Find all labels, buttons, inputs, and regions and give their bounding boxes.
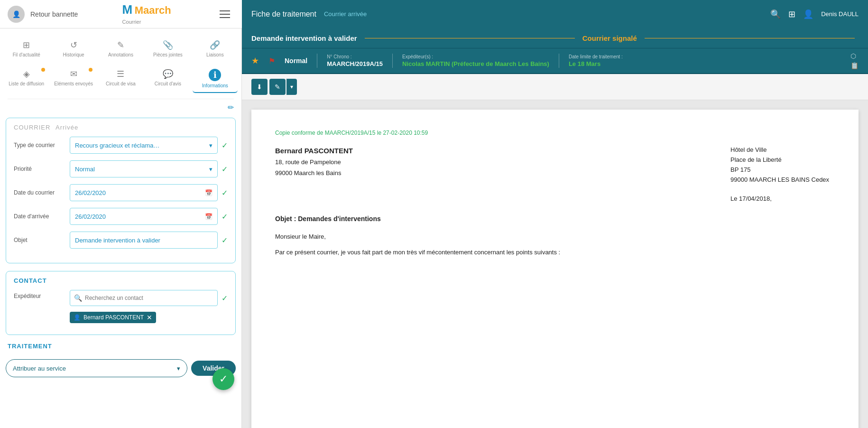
date-courrier-input[interactable]: 26/02/2020 📅 bbox=[70, 184, 218, 201]
elements-envoyes-icon: ✉ bbox=[67, 69, 80, 79]
date-limite-value: Le 18 Mars bbox=[569, 60, 623, 67]
document-paper: Copie conforme de MAARCH/2019A/15 le 27-… bbox=[251, 110, 859, 428]
sender-name: Bernard PASCONTENT bbox=[275, 145, 711, 157]
calendar-icon-2: 📅 bbox=[205, 213, 212, 220]
grid-icon[interactable]: ⊞ bbox=[788, 9, 795, 19]
chrono-value: MAARCH/2019A/15 bbox=[327, 60, 383, 67]
type-courrier-check: ✓ bbox=[222, 141, 228, 150]
toolbar-dropdown-arrow[interactable]: ▾ bbox=[286, 79, 297, 95]
date-courrier-check: ✓ bbox=[222, 188, 228, 197]
edit-doc-button[interactable]: ✎ bbox=[269, 79, 286, 95]
attribuer-chevron: ▾ bbox=[177, 365, 180, 372]
expediteur-bar-label: Expéditeur(s) : bbox=[402, 54, 549, 59]
fiche-title: Fiche de traitement bbox=[251, 10, 316, 19]
date-courrier-value: 26/02/2020 bbox=[75, 189, 106, 196]
type-courrier-row: Type de courrier Recours gracieux et réc… bbox=[14, 137, 228, 154]
nav-informations[interactable]: ℹ Informations bbox=[193, 65, 238, 93]
recipient-line-2: Place de la Liberté bbox=[730, 155, 835, 165]
signal-badge: Courrier signalé bbox=[582, 34, 637, 42]
info-bar-icon-1[interactable]: ⬡ bbox=[850, 52, 859, 60]
document-view: Copie conforme de MAARCH/2019A/15 le 27-… bbox=[242, 100, 868, 428]
nav-annotations[interactable]: ✎ Annotations bbox=[98, 36, 143, 61]
info-bar-icon-2[interactable]: 📋 bbox=[850, 62, 859, 69]
objet-input[interactable]: Demande intervention à valider bbox=[70, 232, 218, 249]
contact-search-input[interactable] bbox=[85, 295, 213, 301]
copy-notice: Copie conforme de MAARCH/2019A/15 le 27-… bbox=[275, 129, 835, 138]
pieces-jointes-icon: 📎 bbox=[161, 40, 175, 50]
flag-icon: ⚑ bbox=[268, 56, 275, 65]
nav-liste-diffusion[interactable]: ◈ Liste de diffusion bbox=[4, 65, 49, 93]
circuit-avis-icon: 💬 bbox=[161, 69, 175, 79]
annotations-icon: ✎ bbox=[114, 40, 127, 50]
top-bar-right: Fiche de traitement Courrier arrivée 🔍 ⊞… bbox=[242, 0, 868, 28]
circuit-visa-icon: ☰ bbox=[114, 69, 127, 79]
priorite-check: ✓ bbox=[222, 165, 228, 174]
date-arrivee-input[interactable]: 26/02/2020 📅 bbox=[70, 208, 218, 225]
fil-actualite-icon: ⊞ bbox=[20, 40, 33, 50]
main-layout: ⊞ Fil d'actualité ↺ Historique ✎ Annotat… bbox=[0, 28, 868, 428]
traitement-title: TRAITEMENT bbox=[6, 343, 236, 350]
contact-tag-remove[interactable]: ✕ bbox=[147, 314, 152, 321]
courrier-section: COURRIER Arrivée Type de courrier Recour… bbox=[6, 118, 236, 263]
nav-fil-actualite[interactable]: ⊞ Fil d'actualité bbox=[4, 36, 49, 61]
nav-circuit-visa[interactable]: ☰ Circuit de visa bbox=[98, 65, 143, 93]
retour-bannette-label[interactable]: Retour bannette bbox=[30, 10, 78, 18]
type-courrier-label: Type de courrier bbox=[14, 142, 66, 149]
hamburger-menu[interactable] bbox=[215, 5, 234, 24]
download-button[interactable]: ⬇ bbox=[251, 79, 268, 95]
info-bar: ★ ⚑ Normal N° Chrono : MAARCH/2019A/15 E… bbox=[242, 48, 868, 74]
expediteur-bar-value: Nicolas MARTIN (Préfecture de Maarch Les… bbox=[402, 60, 549, 67]
sender-addr-1: 18, route de Pampelone bbox=[275, 158, 711, 167]
star-icon[interactable]: ★ bbox=[251, 56, 259, 66]
doc-recipient-block: Hôtel de Ville Place de la Liberté BP 17… bbox=[730, 145, 835, 204]
doc-objet-line: Objet : Demandes d'interventions bbox=[275, 214, 835, 224]
chrono-field: N° Chrono : MAARCH/2019A/15 bbox=[327, 54, 383, 67]
chevron-down-icon: ▾ bbox=[209, 142, 212, 149]
priorite-select[interactable]: Normal ▾ bbox=[70, 160, 218, 177]
date-courrier-row: Date du courrier 26/02/2020 📅 ✓ bbox=[14, 184, 228, 201]
sender-addr-2: 99000 Maarch les Bains bbox=[275, 168, 711, 178]
objet-label: Objet bbox=[14, 237, 66, 243]
objet-row: Objet Demande intervention à valider ✓ bbox=[14, 232, 228, 249]
informations-icon: ℹ bbox=[209, 69, 221, 81]
info-bar-divider-2 bbox=[392, 54, 393, 68]
expediteur-field: Expéditeur(s) : Nicolas MARTIN (Préfectu… bbox=[402, 54, 549, 67]
contact-tag-name: Bernard PASCONTENT bbox=[83, 314, 144, 321]
user-icon: 👤 bbox=[803, 9, 813, 19]
signal-divider-right bbox=[645, 38, 855, 38]
attribuer-select[interactable]: Attribuer au service ▾ bbox=[6, 359, 187, 377]
edit-icon[interactable]: ✏ bbox=[228, 103, 234, 112]
fab-confirm-button[interactable]: ✓ bbox=[212, 368, 234, 390]
date-limite-field: Date limite de traitement : Le 18 Mars bbox=[569, 54, 623, 67]
objet-text: Demandes d'interventions bbox=[298, 215, 380, 223]
priorite-row: Priorité Normal ▾ ✓ bbox=[14, 160, 228, 177]
contact-search-check: ✓ bbox=[222, 294, 228, 303]
top-bar: 👤 Retour bannette M Maarch Courrier Fich… bbox=[0, 0, 868, 28]
contact-search-wrapper[interactable]: 🔍 bbox=[70, 290, 218, 306]
nav-pieces-jointes[interactable]: 📎 Pièces jointes bbox=[145, 36, 190, 61]
info-bar-divider-1 bbox=[317, 54, 317, 68]
signal-title: Demande intervention à valider bbox=[251, 34, 357, 42]
expediteur-row: Expéditeur 🔍 ✓ 👤 Bernard PASCONTENT bbox=[14, 290, 228, 323]
date-arrivee-label: Date d'arrivée bbox=[14, 213, 66, 220]
nav-historique[interactable]: ↺ Historique bbox=[51, 36, 96, 61]
nav-circuit-avis[interactable]: 💬 Circuit d'avis bbox=[145, 65, 190, 93]
courrier-section-title: COURRIER Arrivée bbox=[14, 124, 228, 131]
type-courrier-select[interactable]: Recours gracieux et réclama… ▾ bbox=[70, 137, 218, 154]
hamburger-line-1 bbox=[220, 10, 230, 11]
nav-liaisons[interactable]: 🔗 Liaisons bbox=[193, 36, 238, 61]
objet-value: Demande intervention à valider bbox=[75, 237, 160, 244]
expediteur-label: Expéditeur bbox=[14, 290, 66, 299]
calendar-icon: 📅 bbox=[205, 189, 212, 196]
recipient-line-1: Hôtel de Ville bbox=[730, 145, 835, 155]
date-limite-label: Date limite de traitement : bbox=[569, 54, 623, 59]
top-bar-left: 👤 Retour bannette M Maarch Courrier bbox=[0, 2, 242, 26]
search-icon[interactable]: 🔍 bbox=[770, 9, 781, 19]
historique-icon: ↺ bbox=[67, 40, 80, 50]
liste-diffusion-icon: ◈ bbox=[20, 69, 33, 79]
contact-tag: 👤 Bernard PASCONTENT ✕ bbox=[70, 312, 156, 323]
nav-elements-envoyes[interactable]: ✉ Eléments envoyés bbox=[51, 65, 96, 93]
contact-section: CONTACT Expéditeur 🔍 ✓ 👤 Bernard bbox=[6, 271, 236, 335]
contact-tag-icon: 👤 bbox=[74, 314, 81, 321]
traitement-section: TRAITEMENT bbox=[6, 343, 236, 354]
